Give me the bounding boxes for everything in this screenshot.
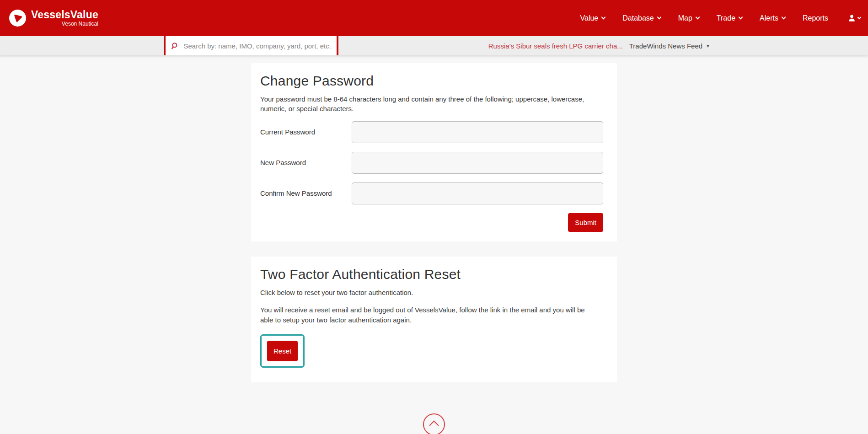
chevron-down-icon <box>782 15 786 20</box>
nav-item-trade[interactable]: Trade <box>717 0 742 36</box>
top-header: VesselsValue Veson Nautical Value Databa… <box>0 0 868 36</box>
brand-tagline: Veson Nautical <box>62 21 98 27</box>
logo-circle-icon <box>9 10 26 27</box>
two-factor-detail: You will receive a reset email and be lo… <box>260 305 599 325</box>
nav-label: Map <box>678 0 692 36</box>
two-factor-reset-card: Two Factor Authentication Reset Click be… <box>251 257 617 382</box>
global-search[interactable] <box>164 36 338 55</box>
nav-label: Trade <box>717 0 735 36</box>
nav-item-reports[interactable]: Reports <box>803 0 828 36</box>
two-factor-title: Two Factor Authentication Reset <box>260 267 603 282</box>
main-nav: Value Database Map Trade Alerts Reports <box>580 0 861 36</box>
current-password-label: Current Password <box>260 128 352 136</box>
user-icon <box>847 14 856 22</box>
submit-button[interactable]: Submit <box>568 213 603 232</box>
confirm-password-input[interactable] <box>352 182 603 204</box>
settings-content: Change Password Your password must be 8-… <box>251 63 617 434</box>
scroll-to-top-button[interactable] <box>423 413 445 434</box>
nav-item-map[interactable]: Map <box>678 0 699 36</box>
brand-name: VesselsValue <box>31 9 98 21</box>
chevron-down-icon <box>739 15 743 20</box>
chevron-up-icon <box>429 420 439 430</box>
confirm-password-label: Confirm New Password <box>260 189 352 197</box>
new-password-row: New Password <box>260 152 603 174</box>
nav-item-value[interactable]: Value <box>580 0 605 36</box>
password-requirements-text: Your password must be 8-64 characters lo… <box>260 94 603 114</box>
nav-label: Database <box>622 0 654 36</box>
user-account-menu[interactable] <box>847 0 861 36</box>
search-news-bar: Russia’s Sibur seals fresh LPG carrier c… <box>0 36 868 55</box>
reset-button[interactable]: Reset <box>267 341 298 361</box>
current-password-input[interactable] <box>352 121 603 143</box>
news-feed-area: Russia’s Sibur seals fresh LPG carrier c… <box>488 36 710 55</box>
reset-button-focus-ring: Reset <box>260 334 305 368</box>
nav-item-alerts[interactable]: Alerts <box>760 0 785 36</box>
search-icon <box>171 42 179 50</box>
nav-item-database[interactable]: Database <box>622 0 661 36</box>
search-input[interactable] <box>184 42 332 50</box>
chevron-down-icon <box>657 15 661 20</box>
dropdown-triangle-icon: ▼ <box>706 43 710 48</box>
chevron-down-icon <box>857 15 861 19</box>
nav-label: Reports <box>803 0 828 36</box>
chevron-down-icon <box>695 15 700 20</box>
nav-label: Alerts <box>760 0 778 36</box>
play-triangle-icon <box>13 13 24 24</box>
two-factor-instruction: Click below to reset your two factor aut… <box>260 288 603 298</box>
new-password-label: New Password <box>260 159 352 166</box>
change-password-card: Change Password Your password must be 8-… <box>251 63 617 241</box>
new-password-input[interactable] <box>352 152 603 174</box>
news-feed-label: TradeWinds News Feed <box>629 42 702 50</box>
confirm-password-row: Confirm New Password <box>260 182 603 204</box>
chevron-down-icon <box>601 15 606 20</box>
current-password-row: Current Password <box>260 121 603 143</box>
news-headline-link[interactable]: Russia’s Sibur seals fresh LPG carrier c… <box>488 42 623 50</box>
change-password-title: Change Password <box>260 73 603 89</box>
vesselsvalue-logo[interactable]: VesselsValue Veson Nautical <box>9 9 98 27</box>
news-feed-dropdown[interactable]: TradeWinds News Feed ▼ <box>629 42 710 50</box>
nav-label: Value <box>580 0 599 36</box>
